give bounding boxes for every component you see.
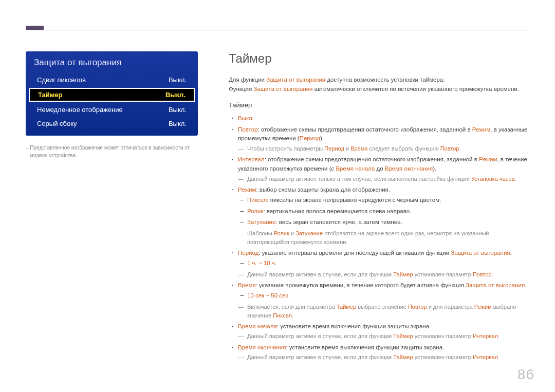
t: и [289,230,295,236]
sub-title: Таймер [229,101,529,109]
hl: Время начала [336,165,375,172]
t: . [514,176,516,182]
hl: Таймер [393,354,413,360]
t: Шаблоны [247,230,274,236]
osd-caption: Представленное изображение может отличат… [26,144,198,159]
t: : пикселы на экране непрерывно чередуютс… [267,197,441,203]
intro-text: Для функции Защита от выгорания доступна… [229,75,529,94]
hl: Таймер [337,304,356,310]
hl: Затухание [247,219,275,225]
opt-mode: Режим: выбор схемы защиты экрана для ото… [238,184,529,248]
osd-row-side-gray[interactable]: Серый сбоку Выкл. [26,117,198,130]
hl: Повтор [473,271,492,277]
t: Данный параметр активен в случае, если д… [247,271,393,277]
t: : установите время включения функции защ… [277,323,431,329]
header-rule [26,30,529,30]
hl: Интервал [473,354,498,360]
osd-row-immediate[interactable]: Немедленное отображение Выкл. [26,103,198,117]
hl: Затухание [295,230,323,236]
note: Включается, если для параметра Таймер вы… [238,303,529,320]
mode-fade: Затухание: весь экран становится ярче, а… [247,217,529,228]
time-range: 10 сек ~ 50 сек [247,290,529,302]
t: . [525,282,526,288]
t: . [492,271,493,277]
note: Шаблоны Ролик и Затухание отобразятся на… [238,229,529,247]
osd-value: Выкл. [169,106,187,114]
hl: Защита от выгорания [266,77,325,83]
opt-interval: Интервал: отображение схемы предотвращен… [238,154,529,184]
hl: 10 сек ~ 50 сек [247,292,288,298]
t: доступна возможность установки таймера. [325,77,445,83]
opt-time: Время: указание промежутка времени, в те… [238,280,529,321]
osd-row-pixel-shift[interactable]: Сдвиг пикселов Выкл. [26,73,198,87]
osd-panel: Защита от выгорания Сдвиг пикселов Выкл.… [26,51,198,136]
t: . [510,250,512,256]
t: : указание интервала времени для последу… [258,250,451,256]
t: : установите время выключения функции за… [286,344,444,350]
t: . [292,312,293,319]
hl: Повтор [408,304,427,310]
mode-roll: Ролик: вертикальная полоса перемещается … [247,206,529,217]
note: Данный параметр активен в случае, если д… [238,353,529,362]
opt-period: Период: указание интервала времени для п… [238,248,529,280]
hl: Режим [472,126,490,133]
time-sublist: 10 сек ~ 50 сек [238,290,529,302]
hl: Защита от выгорания [451,250,510,256]
hl: Повтор [238,126,257,133]
t: и для параметра [427,304,474,310]
t: следует выбрать функцию [367,145,440,152]
hl: Пиксел [247,197,267,203]
t: . [498,354,499,360]
hl: Период [238,250,258,256]
hl: Таймер [393,333,413,339]
note: Чтобы настроить параметры Период и Время… [238,144,529,153]
osd-label: Сдвиг пикселов [37,76,86,84]
page-number: 86 [517,366,534,383]
note: Данный параметр активен в случае, если д… [238,332,529,341]
osd-value: Выкл. [169,76,187,84]
t: : отображение схемы предотвращения остат… [257,126,472,133]
t: ). [433,165,436,172]
opt-end-time: Время окончания: установите время выключ… [238,342,529,363]
header-accent [26,26,44,30]
right-column: Таймер Для функции Защита от выгорания д… [229,51,529,363]
note: Данный параметр активен только в том слу… [238,175,529,183]
t: и [344,145,350,152]
hl: Ролик [247,208,263,214]
osd-row-timer[interactable]: Таймер Выкл. [29,88,195,102]
hl: Режим [479,156,497,162]
hl: Режим [238,186,256,193]
opt-repeat: Повтор: отображение схемы предотвращения… [238,124,529,155]
t: Данный параметр активен только в том слу… [247,176,471,182]
hl: Режим [474,304,492,310]
period-range: 1 ч. ~ 10 ч. [247,258,529,269]
t: Включается, если для параметра [247,304,337,310]
hl: Защита от выгорания [253,86,312,92]
t: : отображение схемы предотвращения остат… [265,156,479,162]
hl: Пиксел [273,312,292,319]
osd-label: Серый сбоку [37,120,77,127]
t: : весь экран становится ярче, а затем те… [275,219,402,225]
note: Данный параметр активен в случае, если д… [238,270,529,279]
hl: Время [350,145,367,152]
hl: Защита от выгорания [466,282,525,288]
hl: Установка часов [471,176,514,182]
t: автоматически отключится по истечении ук… [312,86,519,92]
mode-pixel: Пиксел: пикселы на экране непрерывно чер… [247,195,529,206]
hl: Время окончания [385,165,433,172]
period-sublist: 1 ч. ~ 10 ч. [238,258,529,269]
t: Чтобы настроить параметры [247,145,324,152]
t: Данный параметр активен в случае, если д… [247,354,393,360]
t: до [375,165,385,172]
hl: Таймер [393,271,413,277]
t: выбрано значение [356,304,408,310]
osd-value: Выкл. [169,120,187,127]
hl: Период [324,145,344,152]
hl: Повтор [440,145,459,152]
t: . [498,333,499,339]
t: ). [320,135,324,141]
hl: 1 ч. ~ 10 ч. [247,260,276,266]
t: Данный параметр активен в случае, если д… [247,333,393,339]
osd-label: Таймер [38,91,63,99]
hl: Период [300,135,320,141]
